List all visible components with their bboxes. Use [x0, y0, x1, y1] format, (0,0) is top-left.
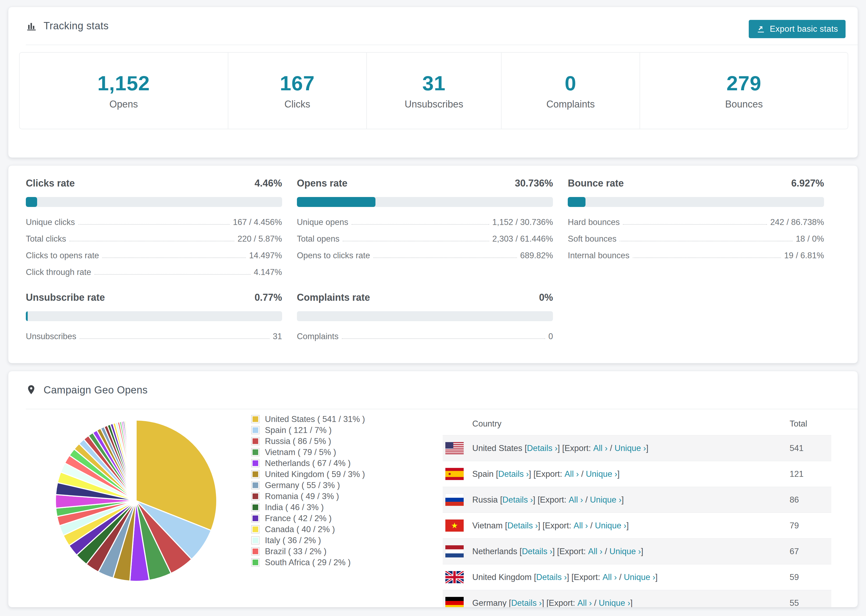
stat-label: Bounces: [725, 99, 763, 110]
country-cell: United States [Details ›] [Export: All ›…: [472, 435, 649, 461]
gb-flag-icon: [446, 571, 464, 583]
country-cell: Germany [Details ›] [Export: All › / Uni…: [472, 590, 633, 607]
rate-progress-fill: [297, 197, 376, 207]
export-all-link[interactable]: All ›: [578, 598, 592, 608]
rate-row: Total clicks220 / 5.87%: [26, 231, 282, 247]
rate-progress-bar: [568, 197, 824, 207]
rate-progress-fill: [26, 311, 28, 321]
export-unique-link[interactable]: Unique ›: [586, 469, 617, 479]
stat-value: 1,152: [98, 71, 150, 95]
details-link[interactable]: Details ›: [502, 495, 533, 505]
total-cell: 55: [790, 590, 799, 607]
dotted-leader: [373, 258, 517, 258]
table-row: Germany [Details ›] [Export: All › / Uni…: [443, 590, 831, 607]
legend-swatch: [252, 526, 259, 533]
legend-item: Netherlands ( 67 / 4% ): [252, 458, 365, 469]
total-cell: 67: [790, 539, 799, 564]
dotted-leader: [623, 224, 767, 225]
bar-chart-icon: [26, 20, 37, 31]
legend-label: Germany ( 55 / 3% ): [265, 481, 340, 490]
rate-title: Opens rate: [297, 178, 348, 189]
rate-row-value: 31: [273, 332, 282, 341]
export-unique-link[interactable]: Unique ›: [595, 521, 627, 531]
legend-label: United Kingdom ( 59 / 3% ): [265, 470, 365, 479]
export-all-link[interactable]: All ›: [568, 495, 583, 505]
export-unique-link[interactable]: Unique ›: [599, 598, 630, 608]
details-link[interactable]: Details ›: [507, 521, 538, 531]
details-link[interactable]: Details ›: [527, 443, 557, 453]
legend-swatch: [252, 471, 259, 478]
legend-label: South Africa ( 29 / 2% ): [265, 558, 351, 567]
export-all-link[interactable]: All ›: [565, 469, 579, 479]
details-link[interactable]: Details ›: [511, 598, 542, 608]
details-link[interactable]: Details ›: [536, 572, 567, 582]
rate-row-value: 1,152 / 30.736%: [493, 217, 553, 227]
rate-row-label: Hard bounces: [568, 217, 620, 227]
rate-row: Hard bounces242 / 86.738%: [568, 214, 824, 231]
geo-title: Campaign Geo Opens: [44, 384, 148, 396]
dotted-leader: [351, 224, 489, 225]
legend-swatch: [252, 426, 259, 434]
country-cell: United Kingdom [Details ›] [Export: All …: [472, 564, 658, 590]
legend-item: South Africa ( 29 / 2% ): [252, 557, 365, 568]
export-basic-stats-button[interactable]: Export basic stats: [749, 20, 846, 38]
total-column-header: Total: [790, 419, 807, 429]
table-row: United States [Details ›] [Export: All ›…: [443, 435, 831, 461]
legend-item: Germany ( 55 / 3% ): [252, 480, 365, 491]
export-all-link[interactable]: All ›: [588, 547, 602, 556]
rate-row-value: 242 / 86.738%: [770, 217, 824, 227]
rate-row: Clicks to opens rate14.497%: [26, 247, 282, 264]
rate-row-label: Internal bounces: [568, 251, 629, 261]
rate-row-value: 220 / 5.87%: [238, 234, 282, 244]
rate-row-value: 4.147%: [254, 267, 282, 277]
stat-value: 279: [726, 71, 761, 95]
rates-card: Clicks rate4.46%Unique clicks167 / 4.456…: [8, 165, 858, 363]
table-row: Vietnam [Details ›] [Export: All › / Uni…: [443, 512, 831, 538]
legend-item: Spain ( 121 / 7% ): [252, 425, 365, 436]
export-unique-link[interactable]: Unique ›: [590, 495, 622, 505]
legend-swatch: [252, 493, 259, 500]
dotted-leader: [78, 224, 230, 225]
legend-item: Brazil ( 33 / 2% ): [252, 546, 365, 557]
total-cell: 86: [790, 487, 799, 512]
rate-row: Click through rate4.147%: [26, 264, 282, 281]
rate-row: Soft bounces18 / 0%: [568, 231, 824, 247]
country-name: United Kingdom: [472, 572, 532, 582]
rate-row: Internal bounces19 / 6.81%: [568, 247, 824, 264]
rate-row: Unique clicks167 / 4.456%: [26, 214, 282, 231]
country-name: Netherlands: [472, 547, 517, 556]
us-flag-icon: [446, 442, 464, 454]
details-link[interactable]: Details ›: [522, 547, 553, 556]
legend-label: United States ( 541 / 31% ): [265, 415, 365, 424]
rate-row: Opens to clicks rate689.82%: [297, 247, 553, 264]
total-cell: 121: [790, 461, 804, 487]
legend-label: Vietnam ( 79 / 5% ): [265, 448, 336, 457]
dotted-leader: [80, 338, 269, 339]
rate-row: Total opens2,303 / 61.446%: [297, 231, 553, 247]
total-cell: 59: [790, 564, 799, 590]
legend-item: France ( 42 / 2% ): [252, 513, 365, 524]
rate-row-label: Click through rate: [26, 267, 91, 277]
nl-flag-icon: [446, 545, 464, 558]
geo-opens-pie-chart[interactable]: [53, 417, 219, 584]
export-unique-link[interactable]: Unique ›: [624, 572, 655, 582]
country-cell: Russia [Details ›] [Export: All › / Uniq…: [472, 487, 624, 512]
rate-row-label: Clicks to opens rate: [26, 251, 99, 261]
export-unique-link[interactable]: Unique ›: [614, 443, 646, 453]
vn-flag-icon: [446, 520, 464, 532]
rate-title: Clicks rate: [26, 178, 75, 189]
export-all-link[interactable]: All ›: [602, 572, 617, 582]
export-all-link[interactable]: All ›: [574, 521, 588, 531]
rate-progress-fill: [568, 197, 586, 207]
stat-cell-complaints: 0Complaints: [501, 53, 640, 129]
export-all-link[interactable]: All ›: [593, 443, 608, 453]
rate-row-value: 2,303 / 61.446%: [493, 234, 553, 244]
rate-value: 30.736%: [515, 178, 553, 189]
stat-cell-opens: 1,152Opens: [20, 53, 228, 129]
rate-title: Unsubscribe rate: [26, 292, 105, 303]
stat-value: 167: [280, 71, 315, 95]
export-unique-link[interactable]: Unique ›: [609, 547, 641, 556]
total-cell: 79: [790, 513, 799, 538]
stat-label: Opens: [109, 99, 138, 110]
details-link[interactable]: Details ›: [498, 469, 529, 479]
